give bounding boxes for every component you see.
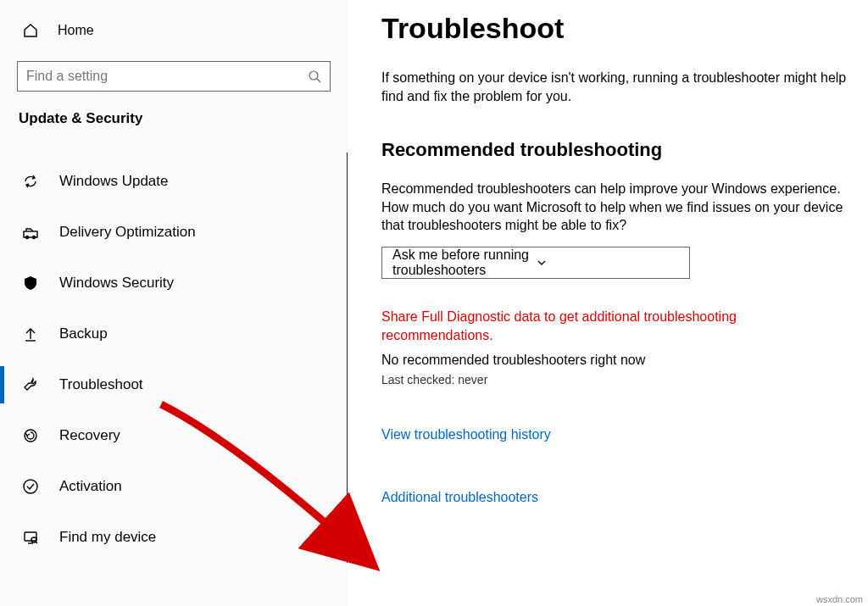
dropdown-value: Ask me before running troubleshooters xyxy=(392,247,536,278)
sidebar-item-label: Recovery xyxy=(59,427,120,444)
home-nav[interactable]: Home xyxy=(0,17,348,44)
chevron-down-icon xyxy=(536,257,679,269)
troubleshoot-preference-dropdown[interactable]: Ask me before running troubleshooters xyxy=(381,247,690,279)
sidebar-item-label: Windows Update xyxy=(59,173,169,190)
sidebar-item-troubleshoot[interactable]: Troubleshoot xyxy=(0,359,347,410)
svg-point-8 xyxy=(24,480,37,493)
search-icon xyxy=(308,69,321,83)
section-title: Update & Security xyxy=(0,110,348,127)
sidebar-item-label: Windows Security xyxy=(59,275,174,292)
sidebar-item-label: Delivery Optimization xyxy=(59,224,196,241)
home-icon xyxy=(22,22,39,39)
sidebar-item-windows-security[interactable]: Windows Security xyxy=(0,258,347,309)
refresh-icon xyxy=(22,173,39,190)
svg-point-7 xyxy=(25,430,36,442)
intro-text: If something on your device isn't workin… xyxy=(381,69,851,105)
delivery-icon xyxy=(22,224,39,241)
additional-troubleshooters-link[interactable]: Additional troubleshooters xyxy=(381,490,851,505)
watermark: wsxdn.com xyxy=(816,594,863,604)
svg-point-0 xyxy=(309,71,318,80)
sidebar-item-label: Find my device xyxy=(59,529,156,546)
no-recommended-text: No recommended troubleshooters right now xyxy=(381,353,851,368)
activation-icon xyxy=(22,478,39,495)
backup-icon xyxy=(22,325,39,342)
sidebar-item-label: Backup xyxy=(59,325,108,342)
sidebar-item-find-my-device[interactable]: Find my device xyxy=(0,512,347,563)
home-label: Home xyxy=(58,23,94,38)
shield-icon xyxy=(22,275,39,292)
recommended-text: Recommended troubleshooters can help imp… xyxy=(381,180,851,235)
svg-rect-9 xyxy=(25,532,36,541)
diagnostic-warning: Share Full Diagnostic data to get additi… xyxy=(381,308,851,344)
search-input[interactable] xyxy=(26,69,308,84)
sidebar-item-recovery[interactable]: Recovery xyxy=(0,410,347,461)
view-history-link[interactable]: View troubleshooting history xyxy=(381,427,851,442)
sidebar-item-label: Troubleshoot xyxy=(59,376,143,393)
sidebar-item-windows-update[interactable]: Windows Update xyxy=(0,156,347,207)
sidebar-item-delivery-optimization[interactable]: Delivery Optimization xyxy=(0,207,347,258)
sidebar-item-activation[interactable]: Activation xyxy=(0,461,347,512)
sidebar-item-label: Activation xyxy=(59,478,122,495)
section-heading: Recommended troubleshooting xyxy=(381,139,851,161)
sidebar-item-backup[interactable]: Backup xyxy=(0,309,347,359)
page-title: Troubleshoot xyxy=(381,12,851,45)
last-checked-text: Last checked: never xyxy=(381,373,851,386)
search-input-container[interactable] xyxy=(17,61,331,92)
main-content: Troubleshoot If something on your device… xyxy=(348,0,868,505)
svg-line-12 xyxy=(36,542,37,543)
wrench-icon xyxy=(22,376,39,393)
svg-line-1 xyxy=(317,79,320,82)
sidebar-nav: Windows Update Delivery Optimization Win… xyxy=(0,153,348,563)
findmydevice-icon xyxy=(22,529,39,546)
recovery-icon xyxy=(22,427,39,444)
